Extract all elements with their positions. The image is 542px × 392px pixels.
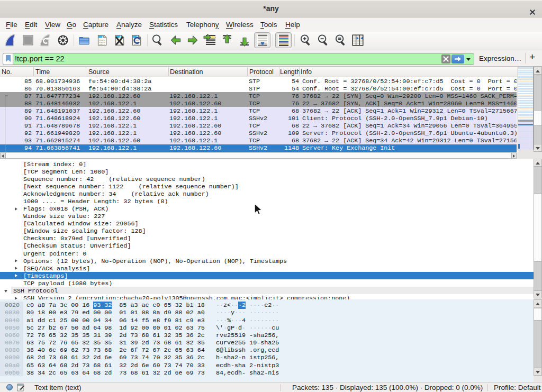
svg-text:0011: 0011 <box>100 43 105 45</box>
